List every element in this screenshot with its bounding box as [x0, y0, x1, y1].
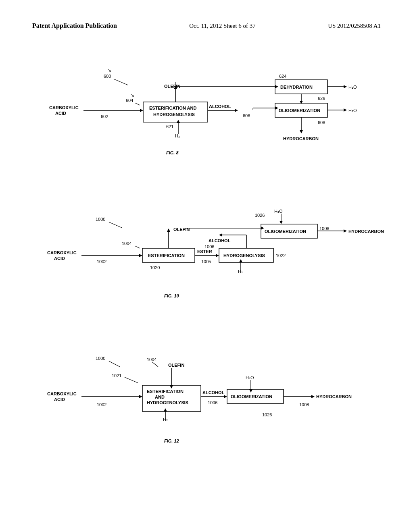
- svg-marker-32: [300, 130, 303, 133]
- h2o-fig8-1: H₂O: [348, 85, 357, 89]
- label-olefin-fig8: OLEFIN: [164, 84, 180, 89]
- svg-marker-54: [261, 227, 264, 230]
- svg-text:HYDROGENOLYSIS: HYDROGENOLYSIS: [223, 253, 265, 258]
- svg-marker-62: [139, 395, 142, 398]
- header-left: Patent Application Publication: [32, 22, 117, 29]
- ref-1006-fig12: 1006: [208, 400, 217, 405]
- svg-text:ACID: ACID: [54, 397, 65, 402]
- svg-text:ACID: ACID: [54, 256, 65, 261]
- fig8-label: FIG. 8: [166, 150, 179, 155]
- svg-text:↘: ↘: [131, 93, 134, 98]
- ref-1004-fig12: 1004: [147, 357, 156, 362]
- svg-line-0: [114, 79, 128, 85]
- svg-marker-6: [140, 109, 143, 112]
- svg-line-33: [109, 222, 122, 228]
- svg-marker-28: [275, 106, 278, 110]
- svg-marker-37: [139, 254, 142, 257]
- fig10-container: 1000 1004 CARBOXYLIC ACID 1002 ESTERIFIC…: [0, 183, 413, 308]
- svg-text:HYDROGENOLYSIS: HYDROGENOLYSIS: [147, 400, 188, 405]
- svg-text:DEHYDRATION: DEHYDRATION: [280, 85, 313, 89]
- svg-text:ESTERIFICATION: ESTERIFICATION: [148, 253, 185, 258]
- label-olefin-fig12: OLEFIN: [168, 363, 184, 368]
- patent-page: Patent Application Publication Oct. 11, …: [0, 0, 413, 532]
- fig10-label: FIG. 10: [164, 293, 179, 298]
- svg-marker-12: [177, 120, 180, 123]
- svg-text:AND: AND: [155, 395, 165, 399]
- svg-text:621: 621: [166, 124, 173, 129]
- ref-1008-fig12: 1008: [299, 402, 309, 407]
- svg-text:OLIGOMERIZATION: OLIGOMERIZATION: [265, 229, 306, 234]
- svg-marker-20: [275, 85, 278, 88]
- ref-606: 606: [243, 113, 250, 118]
- label-h2o-fig12: H₂O: [246, 375, 254, 380]
- ref-1002-fig10: 1002: [97, 259, 106, 264]
- ref-1026-fig10: 1026: [255, 213, 265, 218]
- svg-marker-24: [300, 101, 303, 104]
- ref-604: 604: [126, 98, 133, 103]
- label-hydrocarbon-fig10: HYDROCARBON: [348, 229, 384, 234]
- ref-1000-fig10: 1000: [96, 217, 105, 222]
- ref-1021-fig12: 1021: [112, 373, 121, 378]
- svg-marker-49: [167, 229, 170, 232]
- header-right: US 2012/0258508 A1: [328, 23, 381, 29]
- fig12-container: 1000 1004 OLEFIN 1021 CARBOXYLIC ACID 10…: [0, 324, 413, 457]
- fig8-container: 600 ↘ 604 ↘ CARBOXYLIC ACID 602 ESTERIFI…: [0, 37, 413, 166]
- fig12-label: FIG. 12: [164, 438, 179, 443]
- svg-text:H₂: H₂: [238, 269, 243, 274]
- ref-624: 624: [279, 74, 286, 79]
- ref-1022-fig10: 1022: [276, 253, 286, 258]
- svg-marker-16: [235, 109, 238, 112]
- svg-text:OLIGOMERIZATION: OLIGOMERIZATION: [231, 394, 272, 399]
- svg-text:HYDROGENOLYSIS: HYDROGENOLYSIS: [153, 112, 195, 117]
- svg-marker-51: [280, 221, 283, 224]
- ref-1020-fig10: 1020: [150, 265, 160, 270]
- svg-text:ACID: ACID: [55, 111, 66, 116]
- svg-line-2: [135, 103, 140, 105]
- svg-marker-47: [219, 233, 222, 237]
- label-olefin-fig10: OLEFIN: [173, 227, 190, 232]
- ref-1026-fig12: 1026: [262, 412, 272, 417]
- label-carboxylic-fig12: CARBOXYLIC: [47, 391, 77, 396]
- header-center: Oct. 11, 2012 Sheet 6 of 37: [189, 23, 255, 29]
- svg-marker-40: [216, 254, 219, 257]
- ref-1005-fig10: 1005: [201, 259, 211, 264]
- label-ester-fig10: ESTER: [197, 249, 212, 254]
- ref-1002-fig12: 1002: [97, 402, 106, 407]
- svg-marker-30: [344, 108, 347, 112]
- ref-626: 626: [318, 96, 325, 101]
- svg-line-59: [125, 377, 138, 383]
- page-header: Patent Application Publication Oct. 11, …: [0, 0, 413, 37]
- svg-line-34: [135, 246, 140, 248]
- svg-marker-22: [344, 85, 347, 88]
- svg-line-58: [152, 362, 158, 367]
- svg-line-57: [109, 361, 120, 367]
- ref-1008-fig10: 1008: [319, 226, 329, 231]
- label-alcohol-fig10: ALCOHOL: [209, 238, 231, 243]
- svg-text:ESTERIFICATION: ESTERIFICATION: [147, 389, 184, 394]
- label-carboxylic-fig8: CARBOXYLIC: [49, 105, 79, 110]
- label-h2o-fig10: H₂O: [274, 209, 283, 214]
- svg-marker-70: [224, 395, 227, 398]
- ref-1004-fig10: 1004: [122, 241, 131, 246]
- svg-marker-75: [311, 395, 315, 398]
- label-alcohol-fig8: ALCOHOL: [209, 104, 231, 109]
- svg-marker-73: [249, 389, 252, 393]
- ref-608-fig8: 608: [318, 120, 325, 125]
- svg-text:ESTERIFICATION AND: ESTERIFICATION AND: [149, 106, 196, 110]
- svg-marker-56: [344, 229, 347, 233]
- label-carboxylic-fig10: CARBOXYLIC: [47, 250, 77, 255]
- h2o-fig8-2: H₂O: [348, 108, 357, 113]
- svg-marker-68: [164, 408, 167, 411]
- ref-602: 602: [101, 114, 108, 119]
- label-hydrocarbon-fig12: HYDROCARBON: [316, 394, 352, 399]
- svg-text:OLIGOMERIZATION: OLIGOMERIZATION: [279, 108, 320, 113]
- ref-1006-fig10: 1006: [204, 244, 214, 249]
- svg-text:↘: ↘: [108, 68, 111, 73]
- label-hydrocarbon-fig8: HYDROCARBON: [283, 136, 319, 141]
- ref-1000-fig12: 1000: [96, 356, 105, 361]
- label-alcohol-fig12: ALCOHOL: [202, 390, 225, 395]
- svg-marker-44: [239, 259, 242, 262]
- svg-text:H₂: H₂: [175, 133, 180, 138]
- svg-marker-77: [170, 385, 173, 389]
- ref-600: 600: [104, 74, 111, 79]
